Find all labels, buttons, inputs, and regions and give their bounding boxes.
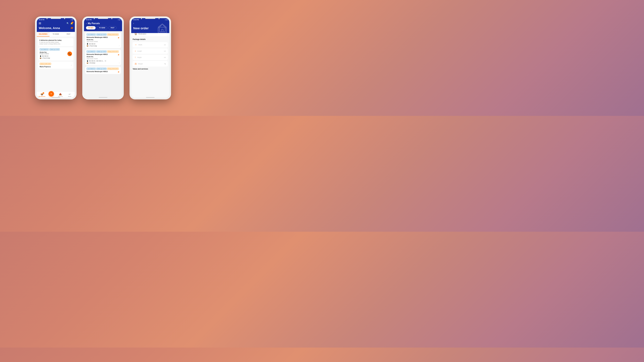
phone-3: 09:30 PM › ⊙ ▮ ‹ New order <box>130 16 171 99</box>
back-title-row: ‹ My Parcels <box>86 22 120 25</box>
bottom-nav-1: 📦 2 My deliveries + 📤 Send new ↩ Return <box>37 91 75 98</box>
p1-badges: Cost 100,00 lei Deliver pre 10:00 Pickup… <box>86 33 120 36</box>
p2-arrow: › <box>119 62 120 64</box>
p2-address: Bulevardul Metalurgiei 468/12 <box>86 53 116 55</box>
badge-deliver-1: Deliver pre 10:00 <box>49 48 60 50</box>
phone-1: 09:30 PM › ⊙ ▮ 🔍 🔔 1 <box>35 16 76 99</box>
status-icons-1: › ⊙ ▮ <box>70 19 73 20</box>
segment-tabs: TO GET TO SEND PAST <box>86 26 120 29</box>
length-icon: ↕ <box>135 50 136 52</box>
p1-nav-icon: ➤ <box>118 36 120 39</box>
p1-parcel-text: 1 Parcel (1kg) <box>89 45 97 47</box>
bottom-nav-fab[interactable]: + <box>47 93 56 97</box>
search-button[interactable]: 🔍 <box>66 22 69 24</box>
phone1-header: 🔍 🔔 1 Welcome, Anna ≋ <box>37 21 75 32</box>
length-label: Length <box>137 50 162 52</box>
weight-label: Weight <box>138 63 163 65</box>
bottom-nav-return[interactable]: ↩ Return <box>65 93 74 97</box>
welcome-text: Welcome, Anna <box>39 26 60 30</box>
brand-logo: ≋ <box>70 26 73 30</box>
length-unit: cm <box>164 50 166 52</box>
parcel-card-3[interactable]: Cost 100,00 lei Deliver pre 10:00 Pickup… <box>85 66 121 74</box>
phones-container: 09:30 PM › ⊙ ▮ 🔍 🔔 1 <box>35 16 171 99</box>
nav-right: 🔍 🔔 1 <box>66 22 73 24</box>
p1-city: Vatra Dornei 725700 <box>86 41 116 42</box>
send-nav-label: Send new <box>58 96 63 97</box>
width-label: Width <box>138 44 162 46</box>
phone1-nav: 🔍 🔔 1 <box>39 22 73 24</box>
weight-row[interactable]: ⚖ Weight kg <box>133 61 168 66</box>
p3-badges: Cost 100,00 lei Deliver pre 10:00 Pickup… <box>86 68 120 70</box>
card-2-title: Maria Popescu <box>40 66 72 67</box>
add-button[interactable]: + <box>48 91 54 96</box>
p1-address: Bulevardul Metalurgiei 468/12 <box>86 36 116 38</box>
card-1-phone: 📱 894 586 00 <box>40 55 72 57</box>
return-nav-icon: ↩ <box>69 93 70 95</box>
value-services-title: Value and services <box>133 68 168 70</box>
p2-parcel: 📦 1 Envelope <box>86 62 120 64</box>
menu-button[interactable] <box>39 22 41 24</box>
badge-deliver-2: Deliver 10:00-14:00 <box>40 63 51 65</box>
card-2-arrow: › <box>71 64 72 66</box>
p2-badge-pickup: Pickup 10:00-14:00 <box>107 50 119 53</box>
p2-company: Acme Inc. <box>86 56 116 58</box>
phone3-header: ‹ New order <box>131 21 169 33</box>
parcel-icon-1: 📦 <box>40 57 41 59</box>
notification-badge: 1 <box>72 21 74 23</box>
battery-icon-2: ▮ <box>120 19 120 20</box>
bluetooth-icon-2: › <box>117 19 118 20</box>
notification-button[interactable]: 🔔 1 <box>70 22 73 24</box>
card-1-title: Acme Inc. <box>40 51 72 53</box>
parcel-card-2[interactable]: Cost 100,00 lei Deliver pre 10:00 Pickup… <box>85 49 121 65</box>
p2-badge-cost: Cost 100,00 lei <box>86 50 96 53</box>
deliveries-sub: In case you can miss deliver, pleasecont… <box>39 41 72 45</box>
call-button-1[interactable]: 📞 <box>68 51 72 56</box>
status-time-3: 09:30 PM <box>133 19 139 20</box>
card-2-badges: Deliver 10:00-14:00 <box>40 63 72 65</box>
card-1-badges: Cost 100,00 lei Deliver pre 10:00 <box>40 48 72 50</box>
phone2-content: Cost 100,00 lei Deliver pre 10:00 Pickup… <box>84 31 122 98</box>
delivery-card-2[interactable]: Deliver 10:00-14:00 Maria Popescu › <box>38 62 74 69</box>
p1-phone-number: 894 586 00 <box>89 43 95 45</box>
seg-to-send[interactable]: TO SEND <box>97 26 107 29</box>
phone1-content: 2 deliveries planned for today In case y… <box>37 37 75 91</box>
height-row[interactable]: ↑ Height cm <box>133 55 168 60</box>
p3-badge-pickup: Pickup 10:00-14:00 <box>107 68 119 70</box>
tab-deliveries[interactable]: DELIVERIES <box>37 32 50 37</box>
p2-phone: 📱 894 586 00 , 894 586 21 ... +2 <box>86 60 120 62</box>
length-row[interactable]: ↕ Length cm <box>133 48 168 54</box>
seg-past[interactable]: PAST <box>108 26 116 29</box>
phone-2: 09:30 PM › ⊙ ▮ ‹ My Parcels TO GET TO SE… <box>82 16 124 99</box>
tab-past-1[interactable]: PAST <box>62 32 75 37</box>
back-button-2[interactable]: ‹ <box>86 22 87 24</box>
bottom-nav-send[interactable]: 📤 Send new <box>56 93 65 97</box>
p2-nav-icon: ➤ <box>118 53 120 56</box>
tab-to-send-1[interactable]: TO SEND <box>50 32 62 37</box>
weight-icon: ⚖ <box>135 62 137 65</box>
weight-unit: kg <box>164 63 166 64</box>
p2-parcel-text: 1 Envelope <box>89 62 95 64</box>
p2-parcel-icon: 📦 <box>86 62 88 64</box>
deliveries-header: 2 deliveries planned for today In case y… <box>38 38 74 46</box>
deliveries-badge: 2 <box>43 92 44 94</box>
card-1-parcel: 📦 1 Parcel (1kg) <box>40 57 72 59</box>
width-row[interactable]: ↔ Width cm <box>133 42 168 47</box>
p3-address: Bulevardul Metalurgiei 468/12 <box>86 71 120 73</box>
p2-badges: Cost 100,00 lei Deliver pre 10:00 Pickup… <box>86 50 120 53</box>
welcome-row: Welcome, Anna ≋ <box>39 26 73 30</box>
badge-cost-1: Cost 100,00 lei <box>40 48 49 50</box>
p1-badge-pickup: Pickup 10:00-14:00 <box>107 33 119 36</box>
status-icons-3: › ⊙ ▮ <box>164 19 167 20</box>
card-1-parcel-text: 1 Parcel (1kg) <box>42 57 50 59</box>
parcel-card-1[interactable]: Cost 100,00 lei Deliver pre 10:00 Pickup… <box>85 32 121 48</box>
bluetooth-icon-3: › <box>164 19 165 20</box>
p3-badge-cost: Cost 100,00 lei <box>86 68 96 70</box>
p1-badge-cost: Cost 100,00 lei <box>86 33 96 36</box>
seg-to-get[interactable]: TO GET <box>86 26 96 29</box>
p1-arrow: › <box>119 45 120 47</box>
bottom-nav-deliveries[interactable]: 📦 2 My deliveries <box>37 93 47 97</box>
delivery-card-1[interactable]: Cost 100,00 lei Deliver pre 10:00 Acme I… <box>38 47 74 60</box>
deliveries-nav-icon: 📦 2 <box>40 93 43 95</box>
p2-phone-number: 894 586 00 , 894 586 21 ... +2 <box>89 60 106 62</box>
p1-company: Acme Inc. <box>86 39 116 41</box>
